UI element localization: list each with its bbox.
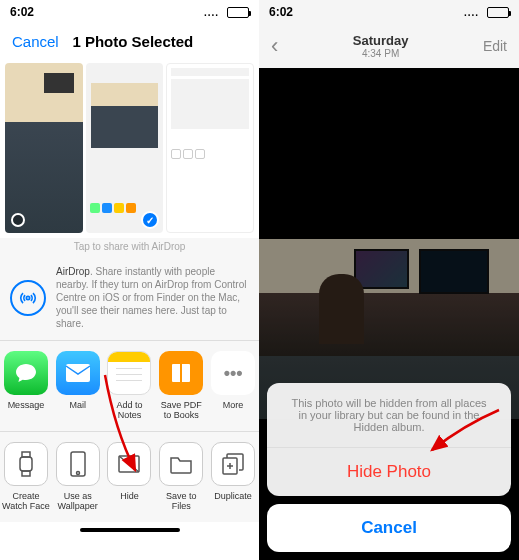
page-title: 1 Photo Selected [19,33,247,50]
action-label: Duplicate [214,492,252,502]
svg-rect-1 [66,364,90,382]
nav-title: Saturday [278,33,483,48]
navbar: Cancel 1 Photo Selected [0,24,259,58]
sheet-message: This photo will be hidden from all place… [267,383,511,448]
action-label: Create Watch Face [2,492,50,512]
thumbnail[interactable] [5,63,83,233]
phone-icon [56,442,100,486]
message-app[interactable]: Message [0,341,52,431]
status-time: 6:02 [269,5,293,19]
app-label: More [223,401,244,411]
create-watchface-button[interactable]: Create Watch Face [0,432,52,522]
app-label: Add to Notes [106,401,154,421]
watch-icon [4,442,48,486]
navbar: ‹ Saturday 4:34 PM Edit [259,24,519,68]
svg-point-6 [76,471,79,474]
thumbnail[interactable] [166,63,254,233]
message-icon [4,351,48,395]
status-bar: 6:02 .... [259,0,519,24]
app-label: Save PDF to Books [157,401,205,421]
airdrop-hint: Tap to share with AirDrop [0,238,259,255]
app-label: Mail [69,401,86,411]
more-icon: ••• [211,351,255,395]
svg-rect-2 [20,457,32,471]
signal-icon: .... [204,7,219,18]
notes-app[interactable]: Add to Notes [104,341,156,431]
svg-rect-3 [22,452,30,457]
duplicate-button[interactable]: Duplicate [207,432,259,522]
home-indicator[interactable] [80,528,180,532]
app-label: Message [8,401,45,411]
notes-icon [107,351,151,395]
folder-icon [159,442,203,486]
action-label: Use as Wallpaper [54,492,102,512]
select-circle-icon[interactable] [11,213,25,227]
save-files-button[interactable]: Save to Files [155,432,207,522]
cancel-button[interactable]: Cancel [267,504,511,552]
nav-subtitle: 4:34 PM [278,48,483,59]
actions-row: Create Watch Face Use as Wallpaper Hide … [0,431,259,522]
books-icon [159,351,203,395]
mail-app[interactable]: Mail [52,341,104,431]
svg-rect-4 [22,471,30,476]
books-app[interactable]: Save PDF to Books [155,341,207,431]
airdrop-icon [10,280,46,316]
svg-rect-5 [71,452,85,476]
edit-button[interactable]: Edit [483,38,507,54]
hide-icon [107,442,151,486]
thumbnail-selected[interactable] [86,63,164,233]
action-sheet: This photo will be hidden from all place… [259,375,519,560]
mail-icon [56,351,100,395]
status-time: 6:02 [10,5,34,19]
airdrop-description: AirDrop. Share instantly with people nea… [56,265,249,330]
action-label: Save to Files [157,492,205,512]
share-sheet-screen: 6:02 .... Cancel 1 Photo Selected [0,0,259,560]
svg-point-0 [26,296,29,299]
use-wallpaper-button[interactable]: Use as Wallpaper [52,432,104,522]
hide-button[interactable]: Hide [104,432,156,522]
duplicate-icon [211,442,255,486]
signal-icon: .... [464,7,479,18]
battery-icon [227,7,249,18]
action-label: Hide [120,492,139,502]
status-bar: 6:02 .... [0,0,259,24]
share-apps-row: Message Mail Add to Notes Save PDF to Bo… [0,340,259,431]
hide-confirm-screen: 6:02 .... ‹ Saturday 4:34 PM Edit LIVE T… [259,0,519,560]
more-button[interactable]: ••• More [207,341,259,431]
photo-thumbnails [0,58,259,238]
battery-icon [487,7,509,18]
checkmark-icon [141,211,159,229]
hide-photo-button[interactable]: Hide Photo [267,448,511,496]
airdrop-row[interactable]: AirDrop. Share instantly with people nea… [0,255,259,340]
back-button[interactable]: ‹ [271,33,278,59]
